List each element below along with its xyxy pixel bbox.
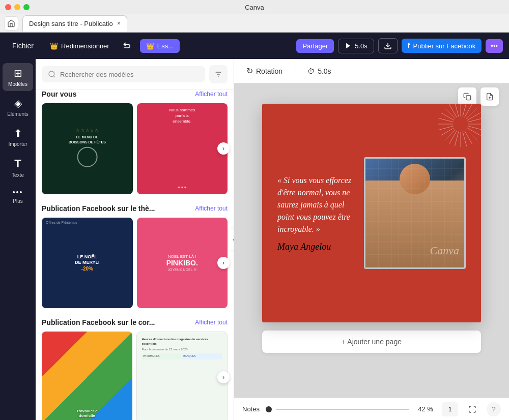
duration-control[interactable]: ⏱ 5.0s [303, 65, 335, 77]
pour-vous-see-all[interactable]: Afficher tout [195, 91, 228, 98]
pour-vous-next-btn[interactable]: › [217, 142, 230, 155]
template-thumb-6[interactable]: Heures d'ouverture des magasins de servi… [136, 332, 228, 420]
notes-label: Notes [242, 405, 260, 413]
redimensionner-button[interactable]: 👑 Redimensionner [44, 39, 116, 53]
template-thumb-2[interactable]: Nous sommesparfaitsensemble. ♥ ♥ ♥ [137, 103, 228, 194]
titlebar: Canva [0, 0, 509, 14]
duplicate-button[interactable] [458, 87, 476, 106]
fb-theme-see-all[interactable]: Afficher tout [195, 205, 228, 212]
add-page-from-icon[interactable] [480, 87, 499, 106]
svg-line-19 [466, 130, 477, 140]
clock-icon: ⏱ [307, 67, 315, 75]
section-pour-vous-header: Pour vous Afficher tout [42, 90, 228, 98]
more-options-button[interactable]: ••• [486, 39, 503, 53]
canvas-scroll[interactable]: « Si vous vous efforcez d'être normal, v… [234, 83, 509, 398]
canvas-toolbar: ↻ Rotation ⏱ 5.0s [234, 59, 509, 83]
sidebar-item-elements[interactable]: ◈ Éléments [3, 93, 33, 121]
svg-line-3 [53, 76, 55, 77]
svg-line-27 [439, 126, 454, 130]
template-thumb-3[interactable]: Offres de Printemps LE NOËLDE MERYLI -20… [42, 218, 133, 309]
svg-line-25 [444, 130, 455, 140]
canva-watermark: Canva [430, 244, 459, 257]
svg-rect-7 [466, 96, 471, 100]
zoom-percentage: 42 % [415, 405, 436, 413]
maximize-window-btn[interactable] [23, 4, 30, 10]
publish-button[interactable]: f Publier sur Facebook [402, 39, 482, 53]
design-photo: Canva [364, 157, 466, 269]
sidebar: ⊞ Modèles ◈ Éléments ⬆ Importer T Texte … [0, 59, 36, 420]
fb-theme-next-btn[interactable]: › [217, 257, 230, 269]
play-button[interactable]: 5.0s [338, 39, 374, 53]
expand-button[interactable] [464, 402, 480, 416]
elements-icon: ◈ [14, 97, 22, 109]
sidebar-item-importer[interactable]: ⬆ Importer [3, 123, 33, 151]
slider-track[interactable] [276, 409, 409, 410]
slider-handle[interactable] [266, 406, 272, 412]
templates-panel: Pour vous Afficher tout ☆ ☆ ☆ ☆ ☆ LE MEN… [36, 59, 234, 420]
tab-label: Design sans titre - Publicatio [29, 20, 113, 27]
panel-collapse-btn[interactable]: ‹ [229, 229, 234, 250]
svg-line-24 [449, 131, 457, 144]
section-fb-corps: Publication Facebook sur le cor... Affic… [36, 318, 234, 420]
window-title: Canva [245, 4, 264, 11]
section-fb-theme: Publication Facebook sur le thè... Affic… [36, 204, 234, 315]
section-fb-corps-header: Publication Facebook sur le cor... Affic… [42, 318, 228, 326]
crown-icon: 👑 [50, 42, 58, 50]
ess-button[interactable]: 👑 Ess... [140, 39, 180, 53]
rotation-control[interactable]: ↻ Rotation [242, 64, 287, 78]
add-page-button[interactable]: + Ajouter une page [262, 331, 481, 353]
grid-icon: ⊞ [14, 67, 22, 79]
fb-icon: f [408, 42, 410, 50]
fb-corps-grid: Travailler àdomicile Heures d'ouverture … [42, 332, 228, 420]
window-controls [5, 4, 30, 10]
filter-icon [214, 70, 222, 78]
sidebar-item-texte[interactable]: T Texte [3, 153, 33, 182]
page-number-button[interactable]: 1 [442, 402, 458, 416]
svg-point-2 [49, 71, 54, 77]
partager-button[interactable]: Partager [296, 39, 334, 53]
template-thumb-5[interactable]: Travailler àdomicile [42, 332, 132, 420]
filter-button[interactable] [209, 65, 228, 83]
active-tab[interactable]: Design sans titre - Publicatio × [22, 15, 127, 32]
sidebar-item-modeles[interactable]: ⊞ Modèles [3, 63, 33, 91]
design-author-text: Maya Angelou [277, 242, 354, 252]
ess-crown-icon: 👑 [146, 42, 154, 50]
canvas-action-bar [458, 87, 499, 106]
help-button[interactable]: ? [487, 402, 501, 416]
svg-line-20 [465, 131, 472, 144]
minimize-window-btn[interactable] [14, 4, 20, 10]
home-button[interactable] [4, 16, 18, 31]
section-pour-vous: Pour vous Afficher tout ☆ ☆ ☆ ☆ ☆ LE MEN… [36, 90, 234, 200]
pour-vous-grid: ☆ ☆ ☆ ☆ ☆ LE MENU DEBOISSONS DE FÊTES No… [42, 103, 228, 194]
design-inner: « Si vous vous efforcez d'être normal, v… [262, 104, 481, 322]
svg-line-30 [441, 113, 454, 121]
undo-button[interactable] [120, 37, 136, 55]
search-input-wrap[interactable] [42, 66, 205, 82]
svg-line-17 [468, 126, 481, 130]
fb-corps-see-all[interactable]: Afficher tout [195, 319, 228, 326]
tab-close-btn[interactable]: × [117, 20, 121, 27]
template-thumb-1[interactable]: ☆ ☆ ☆ ☆ ☆ LE MENU DEBOISSONS DE FÊTES [42, 103, 133, 194]
svg-line-12 [465, 104, 472, 117]
sunburst-decoration [435, 104, 481, 149]
notes-slider[interactable] [266, 406, 409, 412]
bottom-bar: Notes 42 % 1 ? [234, 398, 509, 420]
download-button[interactable] [378, 38, 398, 53]
tabbar: Design sans titre - Publicatio × [0, 14, 509, 33]
text-icon: T [14, 157, 21, 170]
fichier-button[interactable]: Fichier [6, 39, 40, 53]
search-input[interactable] [60, 71, 199, 78]
fb-corps-next-btn[interactable]: › [217, 371, 230, 383]
svg-line-18 [467, 128, 480, 136]
more-dots-icon: ••• [13, 188, 23, 196]
design-card[interactable]: « Si vous vous efforcez d'être normal, v… [262, 104, 481, 322]
toolbar-divider [295, 65, 295, 77]
section-fb-theme-header: Publication Facebook sur le thè... Affic… [42, 204, 228, 213]
svg-line-21 [463, 131, 467, 146]
canvas-area: ↻ Rotation ⏱ 5.0s [234, 59, 509, 420]
sidebar-item-plus[interactable]: ••• Plus [3, 184, 33, 208]
template-thumb-4[interactable]: NOËL EST LÀ ! PINKIBO. JOYEUX NOËL !!! [137, 218, 228, 309]
search-icon [48, 70, 56, 78]
close-window-btn[interactable] [5, 4, 11, 10]
rotation-icon: ↻ [246, 66, 253, 76]
